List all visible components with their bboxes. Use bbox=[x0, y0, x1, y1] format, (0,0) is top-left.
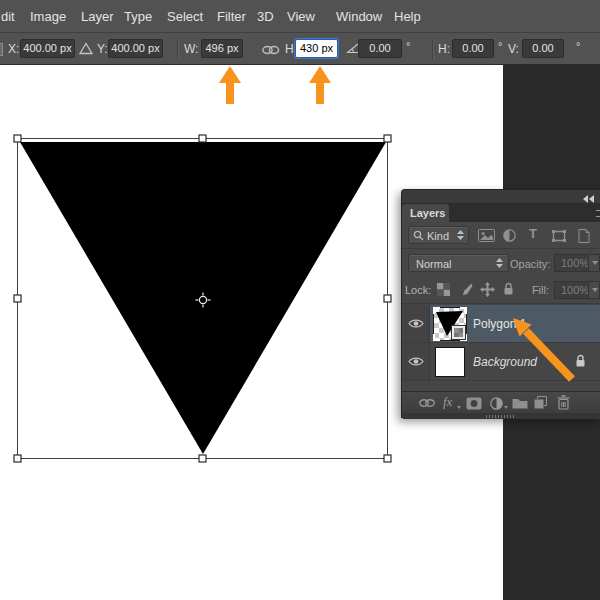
width-label: W: bbox=[184, 42, 198, 56]
lock-all-padlock-icon[interactable] bbox=[503, 282, 514, 298]
menu-help[interactable]: Help bbox=[394, 9, 421, 24]
menu-window[interactable]: Window bbox=[336, 9, 382, 24]
lock-row: Lock: Fill: 100% bbox=[402, 278, 600, 303]
reference-point-icon-cropped bbox=[0, 43, 3, 56]
panel-menu-icon-cropped[interactable] bbox=[596, 210, 600, 217]
y-label: Y: bbox=[97, 42, 108, 56]
menu-view[interactable]: View bbox=[287, 9, 315, 24]
width-input[interactable]: 496 px bbox=[201, 39, 243, 58]
delete-layer-trash-icon[interactable] bbox=[557, 395, 570, 412]
menu-image[interactable]: Image bbox=[30, 9, 66, 24]
layer-list: Polygon 1 Background bbox=[402, 303, 600, 391]
layer-name[interactable]: Background bbox=[473, 355, 537, 369]
blend-mode-value: Normal bbox=[416, 256, 451, 272]
link-layers-icon[interactable] bbox=[419, 398, 435, 410]
options-separator bbox=[177, 38, 178, 60]
thumb-bracket-icon bbox=[433, 307, 440, 314]
add-layer-mask-icon[interactable] bbox=[466, 397, 482, 412]
fx-dropdown-arrow-icon bbox=[457, 406, 461, 411]
kind-label: Kind bbox=[427, 228, 449, 244]
lock-transparency-icon[interactable] bbox=[437, 283, 450, 298]
background-layer-thumbnail[interactable] bbox=[435, 347, 465, 377]
layer-style-fx-icon[interactable]: fx bbox=[443, 394, 452, 410]
visibility-cell[interactable] bbox=[402, 305, 430, 342]
filter-adjustment-layers-icon[interactable] bbox=[503, 229, 516, 244]
opacity-label: Opacity: bbox=[510, 258, 550, 270]
filter-type-layers-icon[interactable]: T bbox=[529, 226, 537, 241]
filter-pixel-layers-icon[interactable] bbox=[478, 229, 495, 244]
fill-label: Fill: bbox=[518, 284, 549, 296]
opacity-field[interactable]: 100% bbox=[554, 254, 600, 272]
filter-kind-dropdown[interactable]: Kind bbox=[408, 226, 469, 244]
menu-layer[interactable]: Layer bbox=[81, 9, 114, 24]
menu-edit-cropped[interactable]: dit bbox=[1, 9, 15, 24]
filter-smart-objects-icon[interactable] bbox=[578, 229, 590, 245]
menu-3d[interactable]: 3D bbox=[257, 9, 274, 24]
updown-spinner-icon bbox=[496, 258, 503, 268]
v-skew-degree-sign: ° bbox=[576, 40, 580, 52]
adjustment-dropdown-arrow-icon bbox=[504, 406, 508, 411]
h-skew-input[interactable]: 0.00 bbox=[452, 39, 494, 58]
x-position-input[interactable]: 400.00 px bbox=[20, 39, 75, 58]
x-label: X: bbox=[8, 42, 19, 56]
lock-label: Lock: bbox=[405, 284, 431, 296]
opacity-value: 100% bbox=[561, 257, 589, 269]
menu-type[interactable]: Type bbox=[124, 9, 152, 24]
eye-icon bbox=[408, 318, 424, 329]
delta-relative-position-icon[interactable] bbox=[79, 42, 93, 58]
filter-row: Kind T bbox=[402, 222, 600, 249]
fill-dropdown-arrow-icon[interactable] bbox=[588, 282, 599, 298]
layer-name[interactable]: Polygon 1 bbox=[473, 317, 526, 331]
layers-bottom-toolbar: fx bbox=[402, 391, 600, 413]
updown-spinner-icon bbox=[457, 230, 464, 240]
new-adjustment-layer-icon[interactable] bbox=[490, 397, 503, 412]
thumb-bracket-icon bbox=[433, 334, 440, 341]
rotate-input[interactable]: 0.00 bbox=[358, 39, 402, 58]
new-group-folder-icon[interactable] bbox=[512, 397, 528, 411]
layers-panel: Layers Kind T bbox=[401, 189, 600, 418]
transform-options-bar: X: 400.00 px Y: 400.00 px W: 496 px H: 4… bbox=[0, 33, 600, 65]
fill-field[interactable]: 100% bbox=[554, 281, 600, 299]
v-skew-input[interactable]: 0.00 bbox=[522, 39, 564, 58]
blend-mode-dropdown[interactable]: Normal bbox=[408, 254, 509, 272]
photoshop-window: dit Image Layer Type Select Filter 3D Vi… bbox=[0, 0, 600, 600]
thumb-bracket-icon bbox=[460, 307, 467, 314]
visibility-cell[interactable] bbox=[402, 343, 430, 380]
panel-header bbox=[402, 190, 600, 204]
y-position-input[interactable]: 400.00 px bbox=[108, 39, 163, 58]
menu-bar: dit Image Layer Type Select Filter 3D Vi… bbox=[0, 0, 600, 33]
tab-layers[interactable]: Layers bbox=[402, 204, 449, 222]
layer-locked-padlock-icon bbox=[575, 354, 586, 370]
h-skew-label: H: bbox=[438, 42, 450, 56]
height-input[interactable]: 430 px bbox=[295, 39, 338, 58]
lock-position-move-icon[interactable] bbox=[480, 282, 495, 299]
menu-select[interactable]: Select bbox=[167, 9, 203, 24]
maintain-aspect-ratio-link-icon[interactable] bbox=[262, 44, 280, 58]
options-separator-2 bbox=[432, 38, 433, 60]
fill-value: 100% bbox=[561, 284, 589, 296]
layer-row-polygon-1[interactable]: Polygon 1 bbox=[402, 305, 600, 343]
h-skew-degree-sign: ° bbox=[498, 40, 502, 52]
panel-tab-bar: Layers bbox=[402, 204, 600, 222]
filter-shape-layers-icon[interactable] bbox=[552, 230, 566, 244]
rotate-degree-sign: ° bbox=[406, 40, 410, 52]
v-skew-label: V: bbox=[508, 42, 519, 56]
vector-shape-badge-icon bbox=[452, 326, 465, 339]
lock-paint-brush-icon[interactable] bbox=[459, 283, 473, 298]
blend-row: Normal Opacity: 100% bbox=[402, 249, 600, 278]
new-layer-icon[interactable] bbox=[534, 396, 547, 411]
eye-icon bbox=[408, 356, 424, 367]
opacity-dropdown-arrow-icon[interactable] bbox=[588, 255, 599, 271]
panel-resize-grip[interactable] bbox=[402, 413, 600, 419]
menu-filter[interactable]: Filter bbox=[217, 9, 246, 24]
polygon-layer-thumbnail[interactable] bbox=[433, 307, 467, 341]
layer-row-background[interactable]: Background bbox=[402, 343, 600, 381]
